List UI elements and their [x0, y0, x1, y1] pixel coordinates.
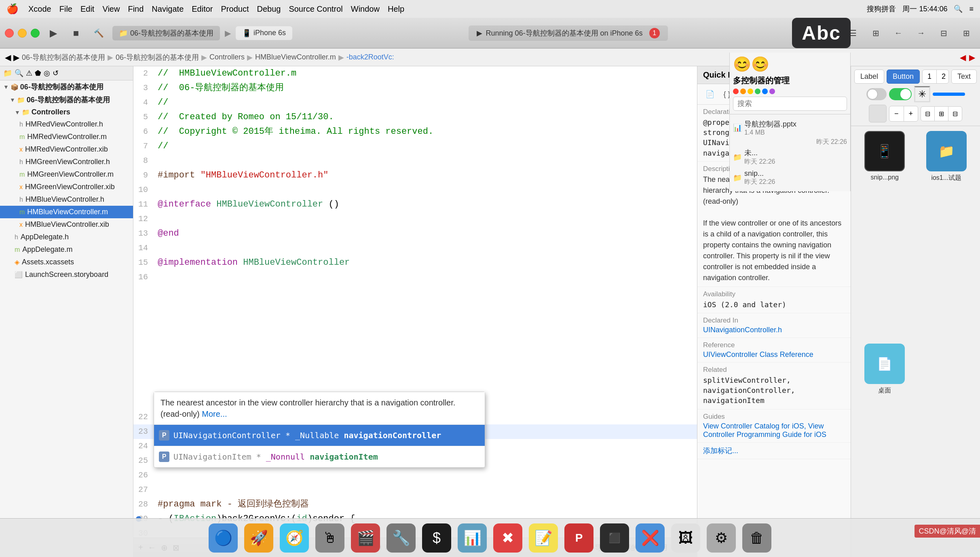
dock-safari[interactable]: 🧭: [280, 523, 309, 553]
sidebar-item-red-m[interactable]: m HMRedViewController.m: [0, 131, 133, 143]
sidebar-item-green-m[interactable]: m HMGreenViewController.m: [0, 168, 133, 181]
sidebar-item-appdelegate-m[interactable]: m AppDelegate.m: [0, 243, 133, 256]
sidebar-group-controllers[interactable]: ▼ 📁 Controllers: [0, 106, 133, 118]
dock-xmind[interactable]: ✖: [493, 523, 522, 553]
sidebar-item-assets[interactable]: ◈ Assets.xcassets: [0, 256, 133, 268]
sidebar-item-red-h[interactable]: h HMRedViewController.h: [0, 118, 133, 131]
sidebar-item-launchscreen[interactable]: ⬜ LaunchScreen.storyboard: [0, 268, 133, 281]
color-picker-box[interactable]: [869, 105, 887, 122]
back-button[interactable]: ←: [889, 24, 907, 42]
sidebar-item-blue-h[interactable]: h HMBlueViewController.h: [0, 193, 133, 206]
close-button[interactable]: [5, 29, 14, 38]
dock-ppsx[interactable]: P: [564, 523, 593, 553]
forward-nav-button[interactable]: ▶: [13, 53, 19, 62]
sidebar-warning-icon[interactable]: ⚠: [26, 69, 32, 78]
cn-file-3[interactable]: 📁 snip... 昨天 22:26: [733, 168, 847, 188]
dock-tools[interactable]: 🔧: [387, 523, 416, 553]
back-nav-button[interactable]: ◀: [5, 53, 11, 62]
dock-prefs[interactable]: ⚙: [707, 523, 736, 553]
sidebar-item-blue-xib[interactable]: x HMBlueViewController.xib: [0, 218, 133, 231]
progress-bar[interactable]: [933, 93, 965, 96]
minus-btn[interactable]: −: [889, 106, 904, 121]
qh-declared-in-link[interactable]: UINavigationController.h: [703, 326, 782, 334]
sidebar-item-blue-m[interactable]: m HMBlueViewController.m: [0, 206, 133, 218]
dock-preview[interactable]: 🖼: [671, 523, 700, 553]
scheme-icon[interactable]: 🔨: [90, 24, 108, 42]
sidebar-item-green-xib[interactable]: x HMGreenViewController.xib: [0, 181, 133, 193]
menu-icon[interactable]: ≡: [969, 5, 974, 13]
dock-launchpad[interactable]: 🚀: [244, 523, 273, 553]
qh-reference-link[interactable]: UIViewController Class Reference: [703, 350, 813, 359]
forward-button[interactable]: →: [912, 24, 930, 42]
breadcrumb-controllers[interactable]: Controllers: [209, 53, 245, 61]
code-editor[interactable]: 2 // HMBlueViewController.m 3 // 06-导航控制…: [133, 66, 697, 538]
menu-find[interactable]: Find: [128, 4, 144, 14]
menu-product[interactable]: Product: [221, 4, 249, 14]
run-button[interactable]: ▶: [44, 24, 62, 42]
error-nav-next[interactable]: ▶: [969, 53, 975, 62]
dock-mouse[interactable]: 🖱: [315, 523, 344, 553]
text-button[interactable]: Text: [951, 70, 977, 84]
sidebar-item-appdelegate-h[interactable]: h AppDelegate.h: [0, 231, 133, 243]
breadcrumb-method[interactable]: -back2RootVc:: [346, 53, 394, 61]
qh-add-note-link[interactable]: 添加标记...: [703, 447, 738, 455]
sidebar-group-root[interactable]: ▼ 📦 06-导航控制器的基本使用: [0, 80, 133, 93]
qh-add-note-section[interactable]: 添加标记...: [697, 443, 851, 459]
breadcrumb-file[interactable]: HMBlueViewController.m: [255, 53, 336, 61]
dock-finder[interactable]: 🔵: [209, 523, 238, 553]
minimize-button[interactable]: [18, 29, 27, 38]
toggle-control[interactable]: [889, 88, 912, 100]
breadcrumb-project[interactable]: 06-导航控制器的基本使用: [22, 53, 105, 62]
project-tab[interactable]: 📁 06-导航控制器的基本使用: [112, 26, 220, 40]
stop-button[interactable]: ■: [67, 24, 85, 42]
autocomplete-more-link[interactable]: More...: [202, 409, 227, 418]
menu-navigate[interactable]: Navigate: [152, 4, 184, 14]
menu-view[interactable]: View: [102, 4, 120, 14]
menu-source-control[interactable]: Source Control: [289, 4, 342, 14]
sidebar-history-icon[interactable]: ↺: [53, 69, 59, 78]
breadcrumb-group[interactable]: 06-导航控制器的基本使用: [116, 53, 199, 62]
dock-media[interactable]: 🎬: [351, 523, 380, 553]
panel-toggle[interactable]: ⊞: [957, 24, 975, 42]
sidebar-folder-icon[interactable]: 📁: [3, 69, 12, 78]
qh-doc-icon[interactable]: 📄: [703, 87, 717, 101]
menu-edit[interactable]: Edit: [80, 4, 94, 14]
slider-control[interactable]: [866, 88, 887, 100]
menu-window[interactable]: Window: [351, 4, 380, 14]
dock-xcode-error[interactable]: ❌: [636, 523, 665, 553]
menu-file[interactable]: File: [59, 4, 72, 14]
xr-file-1[interactable]: 📁 ios1...试题: [918, 131, 976, 340]
plus-btn[interactable]: +: [904, 106, 918, 121]
sidebar-search-icon[interactable]: 🔍: [15, 69, 23, 78]
sidebar-item-green-h[interactable]: h HMGreenViewController.h: [0, 156, 133, 168]
xr-file-0[interactable]: 📱 snip...png: [856, 131, 914, 340]
error-nav-prev[interactable]: ◀: [960, 53, 966, 62]
hierarchy-icon[interactable]: ⊞: [867, 24, 885, 42]
dock-terminal[interactable]: $: [422, 523, 451, 553]
column-3-btn[interactable]: ⊟: [948, 107, 962, 121]
maximize-button[interactable]: [31, 29, 40, 38]
sidebar-bp-icon[interactable]: ⬟: [35, 69, 41, 78]
cn-file-2[interactable]: 📁 未... 昨天 22:26: [733, 146, 847, 168]
device-tab[interactable]: 📱 iPhone 6s: [236, 26, 292, 40]
input-method[interactable]: 搜狗拼音: [867, 4, 896, 14]
menu-editor[interactable]: Editor: [192, 4, 213, 14]
button-button[interactable]: Button: [887, 70, 920, 84]
stepper-1-btn[interactable]: 1: [923, 70, 937, 83]
apple-menu[interactable]: 🍎: [6, 3, 19, 15]
split-view[interactable]: ⊟: [935, 24, 953, 42]
cn-search-input[interactable]: [733, 97, 847, 111]
stepper-2-btn[interactable]: 2: [937, 70, 949, 83]
dock-terminal2[interactable]: ⬛: [600, 523, 629, 553]
label-button[interactable]: Label: [854, 70, 884, 84]
cn-file-nav[interactable]: 📊 导航控制器.pptx 1.4 MB: [733, 118, 847, 138]
qh-guides-link[interactable]: View Controller Catalog for iOS, View Co…: [703, 422, 826, 439]
menu-help[interactable]: Help: [388, 4, 404, 14]
column-1-btn[interactable]: ⊟: [921, 107, 935, 121]
menu-xcode[interactable]: Xcode: [28, 4, 51, 14]
sidebar-group-project[interactable]: ▼ 📁 06-导航控制器的基本使用: [0, 93, 133, 106]
dock-notes[interactable]: 📝: [529, 523, 558, 553]
autocomplete-item-1[interactable]: P UINavigationItem * _Nonnull navigation…: [154, 446, 485, 467]
dock-grapher[interactable]: 📊: [458, 523, 487, 553]
search-icon[interactable]: 🔍: [954, 4, 963, 13]
